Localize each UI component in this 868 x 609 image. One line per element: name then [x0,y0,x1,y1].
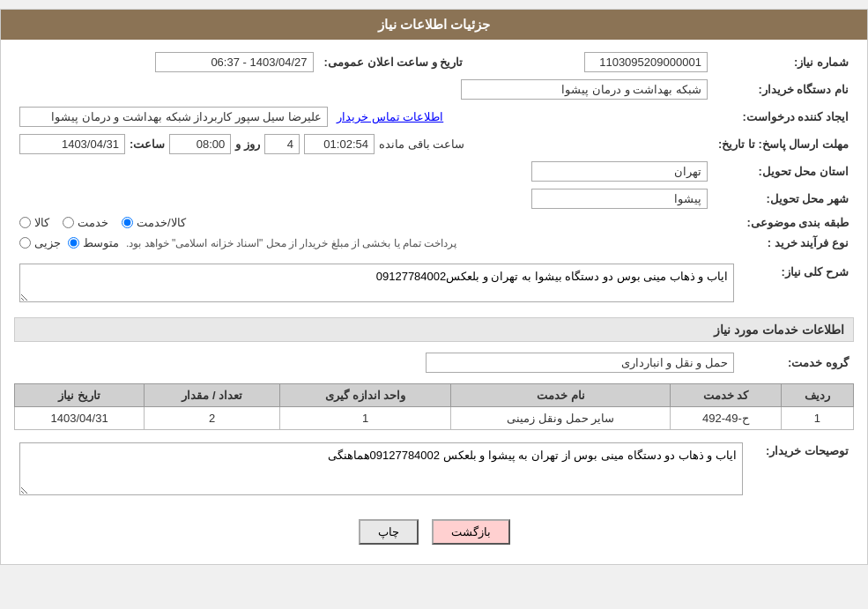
radio-kk-input[interactable] [122,217,133,228]
page-wrapper: جزئیات اطلاعات نیاز شماره نیاز: 11030952… [0,9,868,565]
desc-value-cell [14,439,748,501]
ijad-value: علیرضا سیل سپور کاربرداز شبکه بهداشت و د… [19,107,328,127]
cell-radif: 1 [781,407,853,430]
desc-table: توصیحات خریدار: [14,439,854,501]
mohlet-roz-label: روز و [235,137,260,151]
navae-value-cell: جزیی متوسط پرداخت تمام یا بخشی از مبلغ خ… [14,233,713,253]
page-header: جزئیات اطلاعات نیاز [1,10,867,40]
button-row: بازگشت چاپ [14,509,854,555]
radio-kala-khadamat: کالا/خدمت [122,216,186,229]
tarikh-value: 1403/04/27 - 06:37 [155,52,314,72]
sharh-label: شرح کلی نیاز: [739,260,854,308]
radio-jazei-input[interactable] [19,237,31,249]
radio-kala: کالا [19,216,49,229]
sharh-table: شرح کلی نیاز: [14,260,854,308]
mohlet-saat: 08:00 [169,134,231,154]
ostan-label: استان محل تحویل: [713,158,854,185]
mohlet-mande: 01:02:54 [304,134,375,154]
mohlet-date: 1403/04/31 [19,134,125,154]
namdastgah-value-cell: شبکه بهداشت و درمان پیشوا [14,76,713,103]
mohlet-saat-label: ساعت: [130,137,165,151]
cell-name: سایر حمل ونقل زمینی [451,407,671,430]
shahr-value-cell: پیشوا [14,185,713,212]
back-button[interactable]: بازگشت [432,519,510,545]
mohlet-mande-label: ساعت باقی مانده [379,137,464,151]
main-info-table: شماره نیاز: 1103095209000001 تاریخ و ساع… [14,48,854,253]
radio-jazei: جزیی [19,236,61,249]
navae-desc: پرداخت تمام یا بخشی از مبلغ خریدار از مح… [126,237,456,249]
tarikh-label: تاریخ و ساعت اعلان عمومی: [319,48,472,76]
shahr-label: شهر محل تحویل: [713,185,854,212]
shomara-value-cell: 1103095209000001 [471,48,713,76]
radio-kala-input[interactable] [19,217,31,228]
th-date: تاریخ نیاز [15,384,145,407]
shomara-value: 1103095209000001 [584,52,708,72]
tabaqe-label: طبقه بندی موضوعی: [713,212,854,233]
sharh-value-cell [14,260,739,308]
th-radif: ردیف [781,384,853,407]
ijad-label: ایجاد کننده درخواست: [713,103,854,130]
cell-count: 2 [145,407,280,430]
radio-jazei-label: جزیی [34,236,61,249]
ostan-value: تهران [531,161,708,182]
cell-date: 1403/04/31 [15,407,145,430]
sharh-text[interactable] [19,264,734,302]
radio-mottaset-input[interactable] [68,237,79,249]
mohlet-label: مهلت ارسال پاسخ: تا تاریخ: [713,130,854,158]
desc-text[interactable] [19,442,743,495]
gorohe-label: گروه خدمت: [739,349,854,376]
namdastgah-label: نام دستگاه خریدار: [713,76,854,103]
shahr-value: پیشوا [531,189,708,209]
etelaat-link[interactable]: اطلاعات تماس خریدار [337,110,443,123]
cell-code: ح-49-492 [671,407,781,430]
mohlet-value-cell: 1403/04/31 ساعت: 08:00 روز و 4 01:02:54 … [14,130,713,158]
gorohe-table: گروه خدمت: حمل و نقل و انبارداری [14,349,854,376]
gorohe-value-cell: حمل و نقل و انبارداری [14,349,739,376]
gorohe-value: حمل و نقل و انبارداری [426,353,734,373]
ijad-value-cell: علیرضا سیل سپور کاربرداز شبکه بهداشت و د… [14,103,713,130]
mohlet-roz: 4 [264,134,300,154]
table-row: 1 ح-49-492 سایر حمل ونقل زمینی 1 2 1403/… [15,407,854,430]
page-title: جزئیات اطلاعات نیاز [378,17,490,32]
tarikh-value-cell: 1403/04/27 - 06:37 [14,48,319,76]
radio-mottaset: متوسط [68,236,119,249]
th-count: تعداد / مقدار [145,384,280,407]
cell-unit: 1 [280,407,451,430]
services-table: ردیف کد خدمت نام خدمت واحد اندازه گیری ت… [14,383,854,430]
th-name: نام خدمت [451,384,671,407]
ostan-value-cell: تهران [14,158,713,185]
khadamat-section-title: اطلاعات خدمات مورد نیاز [14,317,854,342]
print-button[interactable]: چاپ [359,519,419,545]
namdastgah-value: شبکه بهداشت و درمان پیشوا [461,79,708,100]
th-code: کد خدمت [671,384,781,407]
content-area: شماره نیاز: 1103095209000001 تاریخ و ساع… [1,40,867,564]
radio-khadamat: خدمت [63,216,108,229]
radio-kk-label: کالا/خدمت [137,216,186,229]
th-unit: واحد اندازه گیری [280,384,451,407]
radio-khadamat-label: خدمت [78,216,108,229]
radio-mottaset-label: متوسط [83,236,119,249]
desc-label: توصیحات خریدار: [748,439,854,501]
navae-label: نوع فرآیند خرید : [713,233,854,253]
radio-khadamat-input[interactable] [63,217,74,228]
shomara-label: شماره نیاز: [713,48,854,76]
radio-kala-label: کالا [34,216,49,229]
tabaqe-value-cell: کالا خدمت کالا/خدمت [14,212,713,233]
